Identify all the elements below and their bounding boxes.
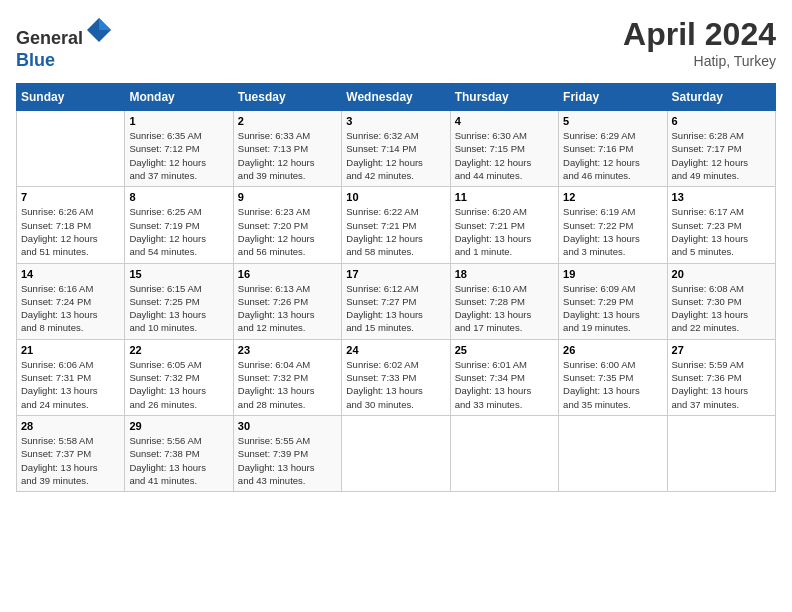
calendar-week-row: 1Sunrise: 6:35 AM Sunset: 7:12 PM Daylig… bbox=[17, 111, 776, 187]
day-info: Sunrise: 6:19 AM Sunset: 7:22 PM Dayligh… bbox=[563, 205, 662, 258]
calendar-day-cell: 20Sunrise: 6:08 AM Sunset: 7:30 PM Dayli… bbox=[667, 263, 775, 339]
calendar-day-cell: 24Sunrise: 6:02 AM Sunset: 7:33 PM Dayli… bbox=[342, 339, 450, 415]
day-info: Sunrise: 6:12 AM Sunset: 7:27 PM Dayligh… bbox=[346, 282, 445, 335]
day-info: Sunrise: 6:15 AM Sunset: 7:25 PM Dayligh… bbox=[129, 282, 228, 335]
day-number: 27 bbox=[672, 344, 771, 356]
day-info: Sunrise: 6:16 AM Sunset: 7:24 PM Dayligh… bbox=[21, 282, 120, 335]
day-number: 21 bbox=[21, 344, 120, 356]
svg-marker-1 bbox=[99, 18, 111, 30]
weekday-header: Saturday bbox=[667, 84, 775, 111]
day-info: Sunrise: 6:01 AM Sunset: 7:34 PM Dayligh… bbox=[455, 358, 554, 411]
calendar-day-cell: 16Sunrise: 6:13 AM Sunset: 7:26 PM Dayli… bbox=[233, 263, 341, 339]
logo-blue: Blue bbox=[16, 50, 55, 70]
calendar-table: SundayMondayTuesdayWednesdayThursdayFrid… bbox=[16, 83, 776, 492]
calendar-day-cell: 2Sunrise: 6:33 AM Sunset: 7:13 PM Daylig… bbox=[233, 111, 341, 187]
calendar-day-cell: 23Sunrise: 6:04 AM Sunset: 7:32 PM Dayli… bbox=[233, 339, 341, 415]
calendar-day-cell: 11Sunrise: 6:20 AM Sunset: 7:21 PM Dayli… bbox=[450, 187, 558, 263]
day-info: Sunrise: 6:23 AM Sunset: 7:20 PM Dayligh… bbox=[238, 205, 337, 258]
calendar-day-cell: 14Sunrise: 6:16 AM Sunset: 7:24 PM Dayli… bbox=[17, 263, 125, 339]
day-number: 10 bbox=[346, 191, 445, 203]
calendar-day-cell: 25Sunrise: 6:01 AM Sunset: 7:34 PM Dayli… bbox=[450, 339, 558, 415]
calendar-day-cell: 5Sunrise: 6:29 AM Sunset: 7:16 PM Daylig… bbox=[559, 111, 667, 187]
day-number: 18 bbox=[455, 268, 554, 280]
day-number: 3 bbox=[346, 115, 445, 127]
calendar-day-cell: 29Sunrise: 5:56 AM Sunset: 7:38 PM Dayli… bbox=[125, 415, 233, 491]
day-info: Sunrise: 6:00 AM Sunset: 7:35 PM Dayligh… bbox=[563, 358, 662, 411]
calendar-day-cell: 3Sunrise: 6:32 AM Sunset: 7:14 PM Daylig… bbox=[342, 111, 450, 187]
calendar-day-cell bbox=[342, 415, 450, 491]
calendar-day-cell: 30Sunrise: 5:55 AM Sunset: 7:39 PM Dayli… bbox=[233, 415, 341, 491]
calendar-week-row: 7Sunrise: 6:26 AM Sunset: 7:18 PM Daylig… bbox=[17, 187, 776, 263]
day-info: Sunrise: 6:06 AM Sunset: 7:31 PM Dayligh… bbox=[21, 358, 120, 411]
logo-general: General bbox=[16, 28, 83, 48]
day-number: 7 bbox=[21, 191, 120, 203]
weekday-header: Wednesday bbox=[342, 84, 450, 111]
calendar-week-row: 28Sunrise: 5:58 AM Sunset: 7:37 PM Dayli… bbox=[17, 415, 776, 491]
day-info: Sunrise: 6:32 AM Sunset: 7:14 PM Dayligh… bbox=[346, 129, 445, 182]
day-number: 12 bbox=[563, 191, 662, 203]
calendar-day-cell: 9Sunrise: 6:23 AM Sunset: 7:20 PM Daylig… bbox=[233, 187, 341, 263]
day-info: Sunrise: 6:25 AM Sunset: 7:19 PM Dayligh… bbox=[129, 205, 228, 258]
calendar-day-cell: 12Sunrise: 6:19 AM Sunset: 7:22 PM Dayli… bbox=[559, 187, 667, 263]
day-number: 17 bbox=[346, 268, 445, 280]
day-number: 30 bbox=[238, 420, 337, 432]
calendar-day-cell: 4Sunrise: 6:30 AM Sunset: 7:15 PM Daylig… bbox=[450, 111, 558, 187]
day-info: Sunrise: 6:08 AM Sunset: 7:30 PM Dayligh… bbox=[672, 282, 771, 335]
day-info: Sunrise: 6:13 AM Sunset: 7:26 PM Dayligh… bbox=[238, 282, 337, 335]
day-number: 23 bbox=[238, 344, 337, 356]
page-header: General Blue April 2024 Hatip, Turkey bbox=[16, 16, 776, 71]
day-info: Sunrise: 6:29 AM Sunset: 7:16 PM Dayligh… bbox=[563, 129, 662, 182]
weekday-header: Thursday bbox=[450, 84, 558, 111]
day-number: 8 bbox=[129, 191, 228, 203]
logo-icon bbox=[85, 16, 113, 44]
day-info: Sunrise: 6:22 AM Sunset: 7:21 PM Dayligh… bbox=[346, 205, 445, 258]
day-number: 19 bbox=[563, 268, 662, 280]
day-info: Sunrise: 5:55 AM Sunset: 7:39 PM Dayligh… bbox=[238, 434, 337, 487]
day-info: Sunrise: 5:59 AM Sunset: 7:36 PM Dayligh… bbox=[672, 358, 771, 411]
day-info: Sunrise: 6:17 AM Sunset: 7:23 PM Dayligh… bbox=[672, 205, 771, 258]
day-info: Sunrise: 6:04 AM Sunset: 7:32 PM Dayligh… bbox=[238, 358, 337, 411]
day-number: 29 bbox=[129, 420, 228, 432]
title-block: April 2024 Hatip, Turkey bbox=[623, 16, 776, 69]
day-number: 22 bbox=[129, 344, 228, 356]
calendar-day-cell: 19Sunrise: 6:09 AM Sunset: 7:29 PM Dayli… bbox=[559, 263, 667, 339]
day-info: Sunrise: 6:20 AM Sunset: 7:21 PM Dayligh… bbox=[455, 205, 554, 258]
day-number: 20 bbox=[672, 268, 771, 280]
day-info: Sunrise: 6:33 AM Sunset: 7:13 PM Dayligh… bbox=[238, 129, 337, 182]
weekday-header: Monday bbox=[125, 84, 233, 111]
calendar-day-cell: 13Sunrise: 6:17 AM Sunset: 7:23 PM Dayli… bbox=[667, 187, 775, 263]
day-info: Sunrise: 6:05 AM Sunset: 7:32 PM Dayligh… bbox=[129, 358, 228, 411]
calendar-day-cell: 1Sunrise: 6:35 AM Sunset: 7:12 PM Daylig… bbox=[125, 111, 233, 187]
calendar-day-cell: 26Sunrise: 6:00 AM Sunset: 7:35 PM Dayli… bbox=[559, 339, 667, 415]
calendar-day-cell: 27Sunrise: 5:59 AM Sunset: 7:36 PM Dayli… bbox=[667, 339, 775, 415]
day-number: 2 bbox=[238, 115, 337, 127]
day-number: 11 bbox=[455, 191, 554, 203]
calendar-week-row: 21Sunrise: 6:06 AM Sunset: 7:31 PM Dayli… bbox=[17, 339, 776, 415]
day-info: Sunrise: 6:28 AM Sunset: 7:17 PM Dayligh… bbox=[672, 129, 771, 182]
day-number: 6 bbox=[672, 115, 771, 127]
calendar-day-cell: 22Sunrise: 6:05 AM Sunset: 7:32 PM Dayli… bbox=[125, 339, 233, 415]
calendar-day-cell: 21Sunrise: 6:06 AM Sunset: 7:31 PM Dayli… bbox=[17, 339, 125, 415]
weekday-header: Sunday bbox=[17, 84, 125, 111]
calendar-day-cell bbox=[17, 111, 125, 187]
day-info: Sunrise: 5:56 AM Sunset: 7:38 PM Dayligh… bbox=[129, 434, 228, 487]
logo: General Blue bbox=[16, 16, 113, 71]
day-number: 26 bbox=[563, 344, 662, 356]
day-info: Sunrise: 6:02 AM Sunset: 7:33 PM Dayligh… bbox=[346, 358, 445, 411]
calendar-week-row: 14Sunrise: 6:16 AM Sunset: 7:24 PM Dayli… bbox=[17, 263, 776, 339]
calendar-day-cell: 8Sunrise: 6:25 AM Sunset: 7:19 PM Daylig… bbox=[125, 187, 233, 263]
day-info: Sunrise: 6:35 AM Sunset: 7:12 PM Dayligh… bbox=[129, 129, 228, 182]
month-title: April 2024 bbox=[623, 16, 776, 53]
day-number: 24 bbox=[346, 344, 445, 356]
day-number: 5 bbox=[563, 115, 662, 127]
calendar-day-cell: 7Sunrise: 6:26 AM Sunset: 7:18 PM Daylig… bbox=[17, 187, 125, 263]
calendar-day-cell: 18Sunrise: 6:10 AM Sunset: 7:28 PM Dayli… bbox=[450, 263, 558, 339]
calendar-day-cell bbox=[450, 415, 558, 491]
day-info: Sunrise: 6:09 AM Sunset: 7:29 PM Dayligh… bbox=[563, 282, 662, 335]
calendar-header-row: SundayMondayTuesdayWednesdayThursdayFrid… bbox=[17, 84, 776, 111]
day-info: Sunrise: 5:58 AM Sunset: 7:37 PM Dayligh… bbox=[21, 434, 120, 487]
weekday-header: Tuesday bbox=[233, 84, 341, 111]
calendar-day-cell bbox=[667, 415, 775, 491]
day-number: 9 bbox=[238, 191, 337, 203]
day-number: 1 bbox=[129, 115, 228, 127]
